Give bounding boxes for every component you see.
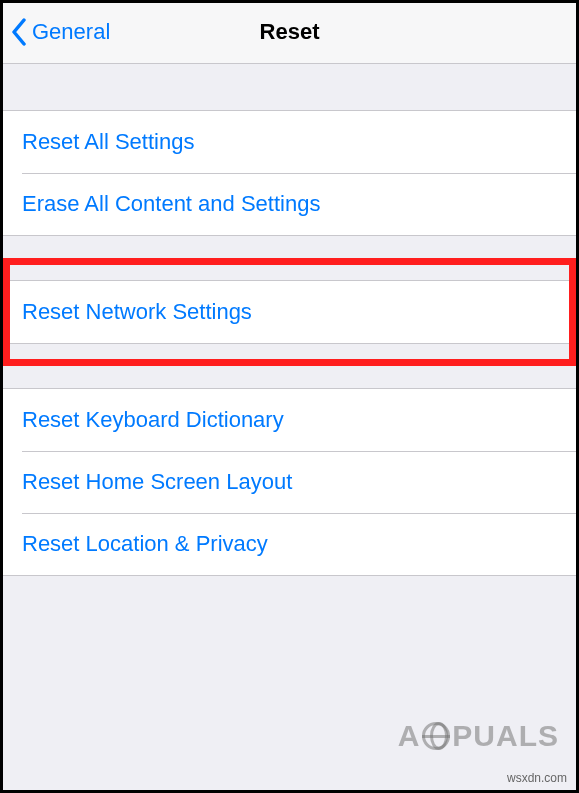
reset-all-settings[interactable]: Reset All Settings: [0, 111, 579, 173]
watermark-suffix: PUALS: [452, 719, 559, 753]
reset-group-1: Reset All Settings Erase All Content and…: [0, 110, 579, 236]
navigation-bar: General Reset: [0, 0, 579, 64]
reset-group-3: Reset Keyboard Dictionary Reset Home Scr…: [0, 388, 579, 576]
reset-group-2: Reset Network Settings: [0, 280, 579, 344]
list-item-label: Reset Keyboard Dictionary: [22, 407, 284, 432]
reset-network-settings[interactable]: Reset Network Settings: [0, 281, 579, 343]
back-button[interactable]: General: [10, 18, 110, 46]
page-title: Reset: [260, 19, 320, 45]
reset-keyboard-dictionary[interactable]: Reset Keyboard Dictionary: [0, 389, 579, 451]
erase-all-content[interactable]: Erase All Content and Settings: [0, 173, 579, 235]
back-label: General: [32, 19, 110, 45]
chevron-left-icon: [10, 18, 28, 46]
reset-location-privacy[interactable]: Reset Location & Privacy: [0, 513, 579, 575]
reset-home-screen-layout[interactable]: Reset Home Screen Layout: [0, 451, 579, 513]
site-credit: wsxdn.com: [507, 771, 567, 785]
watermark-prefix: A: [398, 719, 421, 753]
list-item-label: Reset Home Screen Layout: [22, 469, 292, 494]
globe-icon: [422, 722, 450, 750]
list-item-label: Erase All Content and Settings: [22, 191, 320, 216]
watermark-logo: A PUALS: [398, 719, 559, 753]
list-item-label: Reset Network Settings: [22, 299, 252, 324]
list-item-label: Reset Location & Privacy: [22, 531, 268, 556]
list-item-label: Reset All Settings: [22, 129, 194, 154]
